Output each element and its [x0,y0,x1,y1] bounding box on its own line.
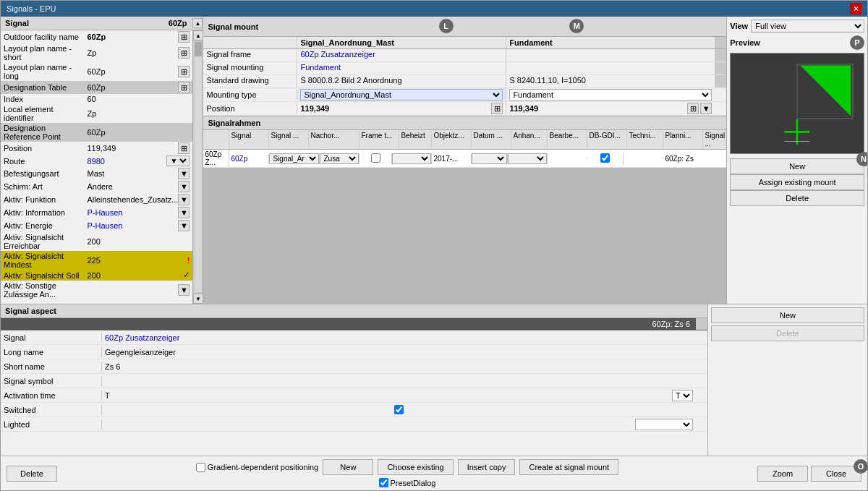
table-row: Index 60 [1,94,192,104]
footer-new-button[interactable]: New [323,459,373,475]
mount-col-m-header: Fundament [506,37,715,48]
preset-checkbox[interactable] [379,478,388,487]
right-aspect-panel: New Delete [708,304,867,456]
mount-delete-button[interactable]: Delete [730,190,864,206]
pos-m-icon[interactable]: ⊞ [687,103,699,114]
sa-value-switched [102,404,696,415]
mount-label-col [203,37,297,48]
table-row: Layout plan name - short Zp ⊞ [1,43,192,62]
sa-label: Lighted [1,419,102,430]
window-title: Signals - EPU [7,4,56,13]
prop-icon-btn-1[interactable]: ⊞ [178,47,190,59]
prop-icon-btn-2[interactable]: ⊞ [178,66,190,77]
lighted-select[interactable] [635,419,693,430]
sr-techni-check[interactable] [600,153,610,163]
energie-dropdown[interactable]: ▼ [178,220,190,231]
mount-row-frame: Signal frame 60Zp Zusatzanzeiger [203,49,726,62]
sr-col-bearbe: Bearbe... [548,130,587,149]
mount-col-l-header: Signal_Anordnung_Mast [297,37,506,48]
mount-type-m-select[interactable]: Fundament [509,89,712,101]
schirm-dropdown[interactable]: ▼ [178,181,190,192]
prop-value: Zp ⊞ [85,43,193,62]
sr-cell-0: 60Zp Z... [203,150,229,167]
footer-create-at-signal-mount-button[interactable]: Create at signal mount [519,459,618,475]
footer-choose-existing-button[interactable]: Choose existing [378,459,453,475]
footer-center-row2: PresetDialog [379,478,436,487]
prop-icon-btn-0[interactable]: ⊞ [178,31,190,43]
switched-checkbox[interactable] [394,405,404,414]
prop-value: 200 [85,232,193,251]
sr-bearbe-select[interactable] [508,153,547,164]
signal-scroll-down-btn[interactable]: ▼ [193,294,203,304]
table-row: Route 8980 ▼ [1,155,192,167]
signal-scroll-up-btn[interactable]: ▲ [193,30,203,40]
assign-existing-mount-button[interactable]: Assign existing mount [730,174,864,190]
sr-objektz-select[interactable] [392,153,431,164]
sa-label: Short name [1,362,102,372]
badge-n: N [856,152,867,166]
footer-insert-copy-button[interactable]: Insert copy [458,459,516,475]
view-select[interactable]: Full view Side view Top view [751,20,864,33]
sr-beheizt-check[interactable] [371,153,380,163]
sr-frame-select[interactable]: Zusa [320,153,359,164]
mount-col-l-value: Fundament [297,62,506,74]
sa-label: Switched [1,405,102,415]
prop-label: Aktiv: Signalsicht Mindest [1,251,85,270]
table-row: Local element identifier Zp [1,104,192,123]
footer-right: Zoom Close O [757,466,861,482]
prop-label: Aktiv: Sonstige Zulässige An... [1,281,85,299]
sr-cell-5 [392,153,432,164]
mount-new-button[interactable]: New N [730,158,864,174]
prop-label: Aktiv: Signalsicht Soll [1,270,85,281]
table-row: Schirm: Art Andere ▼ [1,180,192,193]
funktion-dropdown[interactable]: ▼ [178,194,190,205]
prop-label: Designation Table [1,81,85,94]
check-icon: ✓ [183,270,190,280]
preview-svg [731,54,864,153]
prop-label: Schirm: Art [1,180,85,193]
sr-nachor-select[interactable]: Signal_Ar [269,153,319,164]
pos-l-icon[interactable]: ⊞ [491,103,503,114]
sr-anhan-select[interactable] [472,153,507,164]
activation-select[interactable]: T [672,390,693,401]
footer-close-button[interactable]: Close O [811,466,861,482]
view-row: View Full view Side view Top view [730,20,864,33]
signalrahmen-section: Signalrahmen Signal Signal ... Nachor...… [203,116,726,304]
prop-icon-btn-7[interactable]: ⊞ [178,142,190,154]
signal-scroll-up[interactable]: ▲ [192,18,203,28]
prop-label: Layout plan name - long [1,62,85,81]
prop-value: 60Zp [85,123,193,142]
aspect-delete-button[interactable]: Delete [711,325,864,341]
prop-label: Aktiv: Signalsicht Erreichbar [1,232,85,251]
gradient-checkbox[interactable] [196,463,205,472]
sa-value-signal: 60Zp Zusatzanzeiger [102,333,696,343]
befestigungs-dropdown[interactable]: ▼ [178,168,190,179]
table-row: Aktiv: Funktion Alleinstehendes_Zusatz..… [1,193,192,206]
prop-icon-btn-3[interactable]: ⊞ [178,82,190,93]
footer-delete-button[interactable]: Delete [7,466,57,482]
signal-scroll-thumb[interactable] [195,42,202,56]
signal-panel-header-value: 60Zp [163,17,193,29]
sa-row-signal: Signal 60Zp Zusatzanzeiger [1,330,707,345]
signal-scroll-track [195,42,202,292]
mount-type-l: Signal_Anordnung_Mast [297,88,506,101]
view-label: View [730,22,748,30]
prop-value: P-Hausen ▼ [85,206,193,219]
information-dropdown[interactable]: ▼ [178,207,190,218]
prop-label: Layout plan name - short [1,43,85,62]
sr-col-datum: Datum ... [472,130,511,149]
footer-zoom-button[interactable]: Zoom [757,466,808,482]
pos-m-dropdown[interactable]: ▼ [700,103,712,114]
close-window-button[interactable]: ✕ [850,3,861,14]
sa-label: Signal [1,333,102,343]
prop-label: Outdoor facility name [1,30,85,43]
prop-value: P-Hausen ▼ [85,219,193,232]
mount-type-l-select[interactable]: Signal_Anordnung_Mast [300,89,503,101]
sr-col-planni: Planni... [663,130,703,149]
sonstige-dropdown[interactable]: ▼ [178,284,190,296]
aspect-new-button[interactable]: New [711,307,864,323]
prop-label: Position [1,142,85,155]
route-dropdown[interactable]: ▼ [166,155,190,166]
prop-label: Local element identifier [1,104,85,123]
footer-left: Delete [7,466,57,482]
